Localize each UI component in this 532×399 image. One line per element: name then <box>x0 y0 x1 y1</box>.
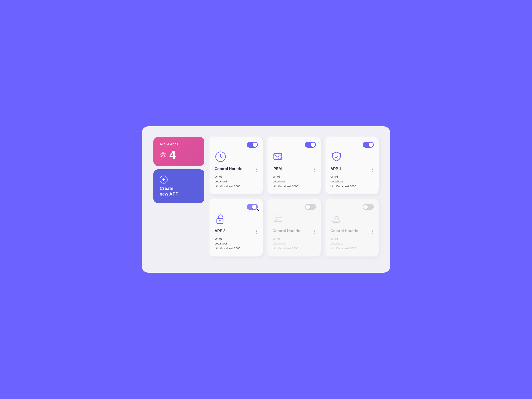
svg-point-6 <box>276 217 278 219</box>
more-menu-button[interactable] <box>371 167 374 172</box>
app-card-ipem: IPEM echo1Localhosthttp://localhost:3000 <box>267 137 321 194</box>
card-info: Control Horario echo1Localhosthttp://loc… <box>330 229 358 251</box>
card-info: Control Horario echo1Localhosthttp://loc… <box>272 229 300 251</box>
toggle-app1[interactable] <box>363 142 374 148</box>
clock-icon <box>215 151 258 164</box>
layout: Active Apps 4 + Createnew APP <box>153 137 379 256</box>
apps-grid: Control Horario echo1Localhosthttp://loc… <box>210 137 379 256</box>
more-menu-button[interactable] <box>313 167 316 172</box>
plus-icon: + <box>160 176 168 184</box>
card-bottom: Control Horario echo1Localhosthttp://loc… <box>330 229 374 251</box>
card-bottom: Control Horario echo1Localhosthttp://loc… <box>215 167 258 189</box>
more-menu-button[interactable] <box>313 229 316 234</box>
count-row: 4 <box>160 149 198 160</box>
card-info: Control Horario echo1Localhosthttp://loc… <box>215 167 242 189</box>
card-info: APP 2 echo1Localhosthttp://localhost:300… <box>215 229 240 251</box>
app-name: Control Horario <box>215 167 242 171</box>
app-name: Control Horario <box>272 229 300 233</box>
card-top <box>215 142 258 148</box>
app-meta: echo1Localhosthttp://localhost:3000 <box>330 236 358 251</box>
toggle-ipem[interactable] <box>305 142 316 148</box>
app-card-control-horario-2: Control Horario echo1Localhosthttp://loc… <box>267 199 321 256</box>
more-menu-button[interactable] <box>255 167 258 172</box>
more-menu-button[interactable] <box>255 229 258 234</box>
card-top <box>330 204 374 210</box>
card-bottom: APP 1 echo1Localhosthttp://localhost:300… <box>330 167 374 189</box>
toggle-control-horario-3[interactable] <box>363 204 374 210</box>
app-card-control-horario-3: Control Horario echo1Localhosthttp://loc… <box>326 199 379 256</box>
apps-row-1: Control Horario echo1Localhosthttp://loc… <box>210 137 379 194</box>
app-name: IPEM <box>272 167 298 171</box>
card-top <box>272 142 316 148</box>
active-apps-label: Active Apps <box>160 142 198 146</box>
app-meta: echo1Localhosthttp://localhost:3000 <box>330 174 356 189</box>
apps-row-2: ↖ APP 2 echo1Loc <box>210 199 379 256</box>
app-meta: echo1Localhosthttp://localhost:3000 <box>272 236 300 251</box>
app-card-control-horario: Control Horario echo1Localhosthttp://loc… <box>210 137 263 194</box>
app-card-app1: APP 1 echo1Localhosthttp://localhost:300… <box>326 137 379 194</box>
shield-check-icon <box>330 151 374 164</box>
app-card-app2: ↖ APP 2 echo1Loc <box>210 199 263 256</box>
svg-point-9 <box>336 221 337 222</box>
mail-check-icon <box>272 151 316 164</box>
router-icon <box>330 213 374 226</box>
card-info: IPEM echo1Localhosthttp://localhost:3000 <box>272 167 298 189</box>
svg-point-8 <box>334 221 335 222</box>
toggle-control-horario-2[interactable] <box>305 204 316 210</box>
lock-open-icon <box>215 213 258 226</box>
app-meta: echo1Localhosthttp://localhost:3000 <box>215 236 240 251</box>
card-bottom: Control Horario echo1Localhosthttp://loc… <box>272 229 316 251</box>
app-meta: echo1Localhosthttp://localhost:3000 <box>215 174 242 189</box>
more-menu-button[interactable] <box>371 229 374 234</box>
create-app-label: Createnew APP <box>160 186 198 197</box>
layers-icon <box>160 151 167 158</box>
app-meta: echo1Localhosthttp://localhost:3000 <box>272 174 298 189</box>
toggle-control-horario[interactable] <box>247 142 258 148</box>
active-apps-card: Active Apps 4 <box>153 137 204 166</box>
create-app-button[interactable]: + Createnew APP <box>153 169 204 203</box>
main-container: Active Apps 4 + Createnew APP <box>142 126 390 273</box>
app-name: APP 2 <box>215 229 240 233</box>
sidebar: Active Apps 4 + Createnew APP <box>153 137 204 256</box>
card-top: ↖ <box>215 204 258 210</box>
app-name: Control Horario <box>330 229 358 233</box>
app-name: APP 1 <box>330 167 356 171</box>
card-info: APP 1 echo1Localhosthttp://localhost:300… <box>330 167 356 189</box>
active-apps-count: 4 <box>169 149 176 160</box>
card-top <box>272 204 316 210</box>
card-bottom: APP 2 echo1Localhosthttp://localhost:300… <box>215 229 258 251</box>
toggle-app2[interactable]: ↖ <box>247 204 258 210</box>
card-top <box>330 142 374 148</box>
card-bottom: IPEM echo1Localhosthttp://localhost:3000 <box>272 167 316 189</box>
id-card-icon <box>272 213 316 226</box>
